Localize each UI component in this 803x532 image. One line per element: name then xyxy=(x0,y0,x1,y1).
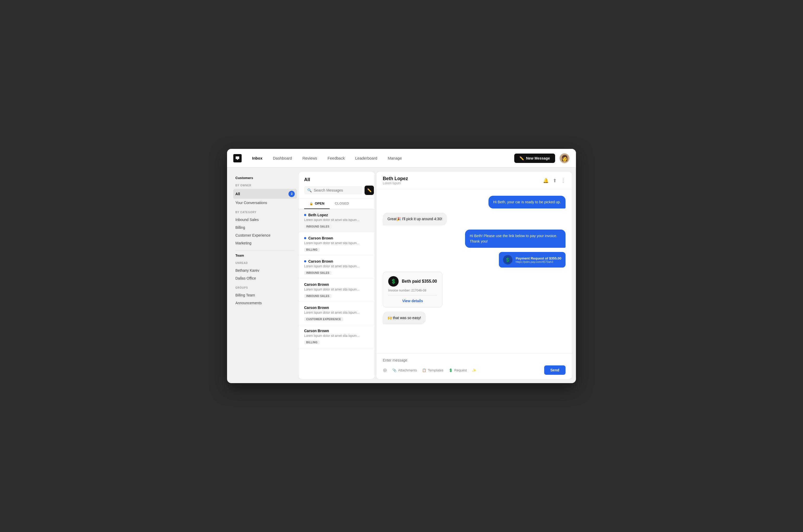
payment-card-header: 💲 Beth paid $355.00 xyxy=(388,276,437,287)
conv-list-header: All 🔍 ✏️ xyxy=(299,172,374,198)
conv-tag-2: INBOUND SALES xyxy=(304,271,332,275)
more-options-icon[interactable]: ⋮ xyxy=(561,178,565,184)
sidebar-item-billing-team[interactable]: Billing Team xyxy=(233,291,297,299)
sidebar-item-dallas-office[interactable]: Dallas Office xyxy=(233,274,297,282)
bell-icon[interactable]: 🔔 xyxy=(543,178,548,184)
by-owner-label: BY OWNER xyxy=(233,184,297,187)
conv-list-title: All xyxy=(304,177,369,183)
payment-req-url: https://pdm.pay.com/4573ah3 xyxy=(516,260,561,263)
chat-header-actions: 🔔 ⬆ ⋮ xyxy=(543,178,565,184)
conv-preview-3: Lorem ispum dolor sit amet sita ispum... xyxy=(304,288,369,291)
new-message-button[interactable]: ✏️ New Message xyxy=(514,154,555,163)
payment-card: 💲 Beth paid $355.00 Invoice number: 2170… xyxy=(383,272,442,307)
nav-inbox[interactable]: Inbox xyxy=(248,154,267,163)
sidebar-item-all[interactable]: All 3 xyxy=(233,189,297,199)
conv-name-0: Beth Lopez xyxy=(304,213,369,217)
toolbar-request[interactable]: 💲 Request xyxy=(449,368,467,372)
conversation-list: All 🔍 ✏️ 🔒 OPEN CLOSED xyxy=(299,172,374,379)
payment-card-icon: 💲 xyxy=(388,276,399,287)
main-content: Customers BY OWNER All 3 Your Conversati… xyxy=(227,168,576,383)
nav-leaderboard[interactable]: Leaderboard xyxy=(351,154,381,163)
toolbar-sparkle[interactable]: ✨ xyxy=(472,368,476,372)
upload-icon[interactable]: ⬆ xyxy=(553,178,557,184)
nav-feedback[interactable]: Feedback xyxy=(323,154,349,163)
conv-item-3[interactable]: Carson Brown Lorem ispum dolor sit amet … xyxy=(299,279,374,302)
sidebar-team-title: Team xyxy=(233,253,297,258)
search-bar: 🔍 xyxy=(304,186,362,194)
attachment-icon: 📎 xyxy=(392,368,396,372)
payment-card-invoice: Invoice number: 217046-08 xyxy=(388,289,437,292)
search-input[interactable] xyxy=(314,188,359,192)
conv-item-4[interactable]: Carson Brown Lorem ispum dolor sit amet … xyxy=(299,302,374,325)
search-icon: 🔍 xyxy=(307,188,312,192)
chat-input[interactable] xyxy=(383,358,565,362)
conv-item-1[interactable]: Carson Brown Lorem ispum dolor sit amet … xyxy=(299,232,374,255)
sidebar-item-bethany-karev[interactable]: Bethany Karev xyxy=(233,267,297,274)
conv-name-4: Carson Brown xyxy=(304,306,369,310)
nav-links: Inbox Dashboard Reviews Feedback Leaderb… xyxy=(248,154,514,163)
payment-req-icon: 💲 xyxy=(503,255,512,264)
chat-messages: Hi Beth, your car is ready to be picked … xyxy=(376,189,572,354)
conv-item-2[interactable]: Carson Brown Lorem ispum dolor sit amet … xyxy=(299,255,374,279)
templates-icon: 📋 xyxy=(422,368,426,372)
avatar[interactable]: 👩 xyxy=(559,153,570,164)
payment-req-title: Payment Request of $355.00 xyxy=(516,256,561,260)
unread-dot-1 xyxy=(304,237,306,239)
unread-label: UNREAD xyxy=(233,262,297,264)
conv-name-5: Carson Brown xyxy=(304,329,369,333)
sidebar-item-billing[interactable]: Billing xyxy=(233,224,297,231)
toolbar-templates[interactable]: 📋 Templates xyxy=(422,368,443,372)
chat-panel: Beth Lopez Lorem ispum 🔔 ⬆ ⋮ Hi Beth, yo… xyxy=(376,172,572,379)
tab-closed[interactable]: CLOSED xyxy=(330,198,354,209)
sidebar-customers-title: Customers xyxy=(233,176,297,180)
nav-right: ✏️ New Message 👩 xyxy=(514,153,570,164)
sidebar-item-marketing[interactable]: Marketing xyxy=(233,239,297,247)
send-button[interactable]: Send xyxy=(544,365,565,375)
groups-label: GROUPS xyxy=(233,286,297,289)
conv-preview-4: Lorem ispum dolor sit amet sita ispum... xyxy=(304,311,369,315)
chat-input-area: ⊕ 📎 Attachments 📋 Templates 💲 Request xyxy=(376,354,572,379)
sidebar-item-announcements[interactable]: Announcements xyxy=(233,299,297,307)
sidebar-item-your-conversations[interactable]: Your Conversations xyxy=(233,199,297,207)
msg-inbound-1: 🙌 that was so easy! xyxy=(383,311,565,324)
msg-bubble-in-0: Great🎉 I'll pick it up around 4:30! xyxy=(383,213,447,225)
msg-payment-card: 💲 Beth paid $355.00 Invoice number: 2170… xyxy=(383,272,565,307)
compose-icon: ✏️ xyxy=(367,188,372,192)
search-row: 🔍 ✏️ xyxy=(304,186,369,195)
tabs: 🔒 OPEN CLOSED xyxy=(299,198,374,209)
app-logo xyxy=(233,154,242,163)
conv-tag-1: BILLING xyxy=(304,248,320,252)
conv-preview-1: Lorem ispum dolor sit amet sita ispum... xyxy=(304,241,369,245)
nav-manage[interactable]: Manage xyxy=(384,154,406,163)
top-nav: Inbox Dashboard Reviews Feedback Leaderb… xyxy=(227,149,576,168)
nav-dashboard[interactable]: Dashboard xyxy=(269,154,296,163)
conv-tag-0: INBOUND SALES xyxy=(304,225,332,229)
chat-input-toolbar: ⊕ 📎 Attachments 📋 Templates 💲 Request xyxy=(383,365,565,375)
nav-reviews[interactable]: Reviews xyxy=(298,154,321,163)
msg-outbound-1: Hi Beth! Please use the link below to pa… xyxy=(383,230,565,248)
all-badge: 3 xyxy=(288,191,295,197)
plus-icon[interactable]: ⊕ xyxy=(383,367,387,373)
conv-preview-0: Lorem ispum dolor sit amet sita ispum... xyxy=(304,218,369,222)
payment-req-bubble: 💲 Payment Request of $355.00 https://pdm… xyxy=(499,252,565,268)
conv-tag-5: BILLING xyxy=(304,340,320,344)
sidebar-divider xyxy=(236,250,295,250)
view-details-link[interactable]: View details xyxy=(388,296,437,303)
conv-preview-2: Lorem ispum dolor sit amet sita ispum... xyxy=(304,264,369,268)
chat-contact-info: Beth Lopez Lorem ispum xyxy=(383,176,408,185)
msg-bubble-0: Hi Beth, your car is ready to be picked … xyxy=(488,196,565,208)
sidebar-item-customer-experience[interactable]: Customer Experience xyxy=(233,231,297,239)
conv-item-5[interactable]: Carson Brown Lorem ispum dolor sit amet … xyxy=(299,325,374,348)
compose-button[interactable]: ✏️ xyxy=(365,186,374,195)
conv-tag-3: INBOUND SALES xyxy=(304,294,332,298)
msg-bubble-1: Hi Beth! Please use the link below to pa… xyxy=(465,230,565,248)
msg-outbound-0: Hi Beth, your car is ready to be picked … xyxy=(383,196,565,208)
payment-req-info: Payment Request of $355.00 https://pdm.p… xyxy=(516,256,561,263)
chat-header: Beth Lopez Lorem ispum 🔔 ⬆ ⋮ xyxy=(376,172,572,189)
unread-dot-0 xyxy=(304,214,306,216)
sparkle-icon: ✨ xyxy=(472,368,476,372)
toolbar-attachments[interactable]: 📎 Attachments xyxy=(392,368,417,372)
conv-item-0[interactable]: Beth Lopez Lorem ispum dolor sit amet si… xyxy=(299,209,374,232)
sidebar-item-inbound-sales[interactable]: Inbound Sales xyxy=(233,216,297,224)
tab-open[interactable]: 🔒 OPEN xyxy=(304,198,330,209)
